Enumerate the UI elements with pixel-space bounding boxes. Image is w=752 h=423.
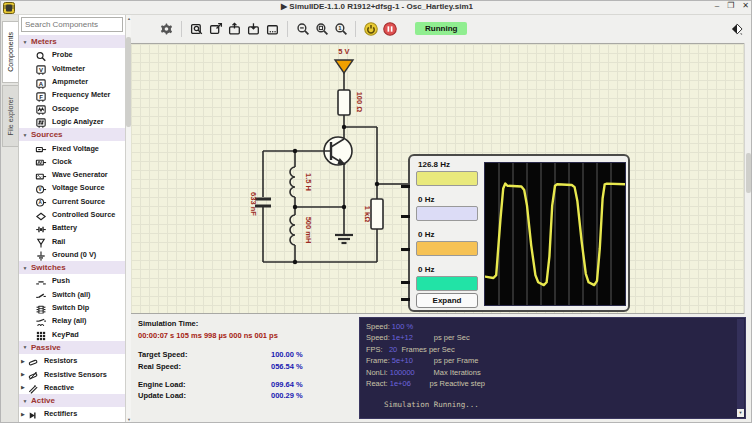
label-r1: 100 Ω bbox=[355, 92, 364, 113]
component-item-controlled-source[interactable]: Controlled Source bbox=[19, 208, 125, 221]
component-label: Switch (all) bbox=[52, 290, 91, 299]
simulation-time-value: 00:00:07 s 105 ms 998 µs 000 ns 001 ps bbox=[138, 331, 359, 340]
component-item-current-source[interactable]: ACurrent Source bbox=[19, 195, 125, 208]
minimize-button[interactable]: – bbox=[715, 1, 719, 10]
expand-arrow-icon[interactable]: ▶ bbox=[19, 371, 27, 377]
zoom-selection-button[interactable] bbox=[312, 19, 331, 38]
component-item-relay-all-[interactable]: Relay (all) bbox=[19, 314, 125, 327]
collapse-arrow-icon[interactable]: ▼ bbox=[19, 398, 31, 404]
save-circuit-button[interactable] bbox=[244, 19, 263, 38]
component-label: Fixed Voltage bbox=[52, 144, 99, 153]
expand-arrow-icon[interactable]: ▶ bbox=[19, 384, 27, 390]
component-item-wave-generator[interactable]: Wave Generator bbox=[19, 168, 125, 181]
canvas-scroll-thumb[interactable] bbox=[746, 153, 751, 193]
component-item-voltmeter[interactable]: VVoltmeter bbox=[19, 62, 125, 75]
component-item-voltage-source[interactable]: VVoltage Source bbox=[19, 181, 125, 194]
export-circuit-button[interactable] bbox=[263, 19, 282, 38]
component-item-reactive[interactable]: ▶Reactive bbox=[19, 381, 125, 394]
scope-pin-5[interactable] bbox=[401, 298, 410, 301]
component-label: Ground (0 V) bbox=[52, 250, 96, 259]
category-meters[interactable]: ▼Meters bbox=[19, 35, 125, 48]
category-passive[interactable]: ▼Passive bbox=[19, 341, 125, 354]
component-label: Clock bbox=[52, 157, 72, 166]
channel-2-button[interactable] bbox=[416, 206, 478, 221]
fixed-voltage-icon bbox=[35, 144, 47, 156]
keypad-icon bbox=[35, 330, 47, 342]
component-item-fixed-voltage[interactable]: Fixed Voltage bbox=[19, 141, 125, 154]
component-item-rectifiers[interactable]: ▶Rectifiers bbox=[19, 407, 125, 420]
zoom-fit-button[interactable] bbox=[293, 19, 312, 38]
channel-4-button[interactable] bbox=[416, 276, 478, 291]
component-label: Current Source bbox=[52, 197, 105, 206]
component-item-ampmeter[interactable]: AAmpmeter bbox=[19, 75, 125, 88]
oscilloscope-panel[interactable]: Expand 126.8 Hz0 Hz0 Hz0 Hz bbox=[408, 154, 630, 312]
expand-button[interactable]: Expand bbox=[416, 293, 478, 308]
scope-pin-3[interactable] bbox=[401, 248, 410, 251]
console-line-1: Speed: 100 % bbox=[366, 321, 745, 332]
edit-circuit-button[interactable] bbox=[187, 19, 206, 38]
component-item-ground-0-v-[interactable]: Ground (0 V) bbox=[19, 248, 125, 261]
scope-pin-2[interactable] bbox=[401, 215, 410, 218]
console-scrollbar[interactable]: ▼ bbox=[737, 319, 744, 417]
probe-icon bbox=[35, 51, 47, 63]
tab-file-explorer[interactable]: File explorer bbox=[2, 85, 18, 147]
component-item-oscope[interactable]: Oscope bbox=[19, 101, 125, 114]
expand-arrow-icon[interactable]: ▶ bbox=[19, 411, 27, 417]
component-label: Frequency Meter bbox=[52, 90, 110, 99]
component-item-switch-all-[interactable]: Switch (all) bbox=[19, 288, 125, 301]
component-item-frequency-meter[interactable]: FFrequency Meter bbox=[19, 88, 125, 101]
channel-3-button[interactable] bbox=[416, 241, 478, 256]
zoom-one-button[interactable]: 1 bbox=[331, 19, 350, 38]
ground-symbol[interactable] bbox=[335, 235, 353, 243]
maximize-button[interactable]: ❐ bbox=[727, 1, 734, 10]
transistor-npn[interactable] bbox=[324, 127, 352, 165]
power-circuit-button[interactable] bbox=[361, 19, 380, 38]
stat-update-load-: Update Load:000.29 % bbox=[138, 391, 359, 400]
category-switches[interactable]: ▼Switches bbox=[19, 261, 125, 274]
component-label: Resistors bbox=[44, 356, 77, 365]
search-input[interactable] bbox=[21, 17, 123, 32]
collapse-arrow-icon[interactable]: ▼ bbox=[19, 265, 31, 271]
label-c1: 633 nF bbox=[249, 192, 258, 216]
collapse-arrow-icon[interactable]: ▼ bbox=[19, 344, 31, 350]
scope-pin-1[interactable] bbox=[401, 185, 410, 188]
new-circuit-button[interactable] bbox=[206, 19, 225, 38]
category-sources[interactable]: ▼Sources bbox=[19, 128, 125, 141]
push-icon bbox=[35, 277, 47, 289]
open-circuit-button[interactable] bbox=[225, 19, 244, 38]
svg-text:A: A bbox=[38, 201, 42, 206]
sidebar-tabstrip: Components File explorer bbox=[1, 15, 19, 423]
console-line-4: Frame: 5e+10 ps per Frame bbox=[366, 355, 745, 366]
component-item-push[interactable]: Push bbox=[19, 274, 125, 287]
component-label: Controlled Source bbox=[52, 210, 115, 219]
resistor-100ohm[interactable] bbox=[338, 90, 350, 127]
rail-5v[interactable] bbox=[335, 60, 353, 90]
circuit-canvas[interactable]: 5 V 100 Ω 633 nF 1.5 H 500 mH 1 kΩ Expan… bbox=[131, 43, 746, 314]
category-active[interactable]: ▼Active bbox=[19, 394, 125, 407]
component-item-probe[interactable]: Probe bbox=[19, 48, 125, 61]
component-item-battery[interactable]: Battery bbox=[19, 221, 125, 234]
component-label: Wave Generator bbox=[52, 170, 108, 179]
close-button[interactable]: ✕ bbox=[742, 1, 749, 10]
console-scroll-down-icon[interactable]: ▼ bbox=[737, 409, 744, 417]
inductor-1-5h[interactable] bbox=[290, 151, 295, 197]
pause-simulation-button[interactable] bbox=[380, 19, 399, 38]
panel-toggle-button[interactable] bbox=[731, 23, 743, 35]
component-item-switch-dip[interactable]: Switch Dip bbox=[19, 301, 125, 314]
channel-1-button[interactable] bbox=[416, 171, 478, 186]
component-item-clock[interactable]: Clock bbox=[19, 155, 125, 168]
inductor-500mh[interactable] bbox=[290, 215, 295, 262]
component-item-keypad[interactable]: KeyPad bbox=[19, 328, 125, 341]
collapse-arrow-icon[interactable]: ▼ bbox=[19, 132, 31, 138]
collapse-arrow-icon[interactable]: ▼ bbox=[19, 39, 31, 45]
settings-button[interactable] bbox=[157, 19, 176, 38]
component-item-resistors[interactable]: ▶Resistors bbox=[19, 354, 125, 367]
expand-arrow-icon[interactable]: ▶ bbox=[19, 358, 27, 364]
scope-pin-4[interactable] bbox=[401, 281, 410, 284]
tab-components[interactable]: Components bbox=[2, 21, 18, 83]
canvas-vertical-scrollbar[interactable] bbox=[744, 43, 751, 314]
component-label: Reactive bbox=[44, 383, 74, 392]
component-item-logic-analyzer[interactable]: Logic Analyzer bbox=[19, 115, 125, 128]
component-item-resistive-sensors[interactable]: ▶Resistive Sensors bbox=[19, 367, 125, 380]
component-item-rail[interactable]: Rail bbox=[19, 234, 125, 247]
